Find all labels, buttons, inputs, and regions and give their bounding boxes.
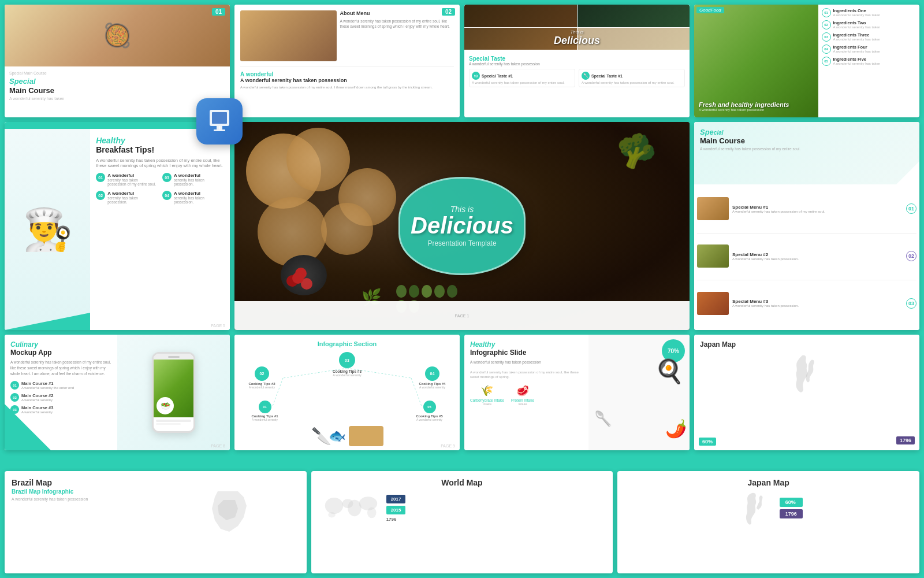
slide-healthy-infographic[interactable]: Healthy Infographic Slide A wonderful se… [464, 335, 690, 450]
taste-num2: Special Taste #1 [591, 74, 623, 78]
card7-title1: Special [700, 128, 914, 136]
japan-pct: 60% [780, 498, 803, 507]
breakfast-title2: Breakfast Tips! [96, 145, 224, 154]
japan-bottom-title: Japan Map [624, 478, 912, 487]
pan-icon: 🍳 [655, 358, 684, 385]
healthy-subtitle: A wonderful serenity has taken possessio… [470, 360, 583, 365]
culinary-item2: Main Course #2 [21, 393, 53, 398]
keynote-svg [205, 107, 234, 136]
slide-about-menu-top[interactable]: 02 About Menu A wonderful serenity has t… [234, 5, 460, 117]
brazil-map-card[interactable]: Brazil Map Brazil Map Infographic A wond… [5, 471, 307, 573]
svg-rect-13 [214, 129, 225, 131]
card7-body: A wonderful serenity has taken possessio… [700, 147, 914, 151]
culinary-title1: Culinary [10, 340, 111, 349]
infographic-title: Infographic Section [240, 340, 454, 347]
ingredient-item: 02 Ingredients Two A wonderful serenity … [822, 20, 916, 29]
ingredient-item: 01 Ingredients One A wonderful serenity … [822, 8, 916, 17]
protein-label: Protein Intake [511, 398, 534, 402]
spoon-icon: 🥄 [594, 410, 612, 427]
japan-bottom-svg [735, 491, 775, 525]
world-map-card[interactable]: World Map 2017 2015 1796 [311, 471, 613, 573]
this-is-label: This is [554, 29, 600, 35]
slide-title-2: Main Course [9, 86, 54, 95]
brazil-map-title: Brazil Map [12, 478, 300, 487]
about-menu-title: About Menu [340, 10, 454, 16]
slide-special-menu-right[interactable]: Special Main Course A wonderful serenity… [694, 122, 919, 330]
slide-japan-map[interactable]: Japan Map 60% 1796 [694, 335, 919, 450]
menu-item-3-title: Special Menu #3 [732, 299, 903, 304]
slide-main-delicious[interactable]: 🌿 🥦 This is Delicious Presentatio [234, 122, 690, 330]
japan-num-bottom: 1796 [780, 509, 803, 518]
main-page-num: PAGE 1 [455, 314, 470, 318]
svg-point-8 [367, 507, 377, 518]
world-num: 1796 [386, 517, 406, 522]
page-num-5: PAGE 5 [211, 324, 225, 328]
svg-point-4 [325, 498, 342, 514]
carb-label: Carbohydrate Intake [470, 398, 504, 402]
veggie-icon: 🌶️ [665, 418, 687, 439]
taste-num1: Special Taste #1 [482, 74, 513, 78]
brazil-svg [206, 488, 252, 535]
menu-item-2-title: Special Menu #2 [732, 252, 903, 257]
slide-subtitle: A wonderful serenity has taken [9, 97, 225, 101]
card7-title2: Main Course [700, 136, 914, 145]
slide-tag: Special Main Course [9, 71, 225, 75]
culinary-body: A wonderful serenity has taken possessio… [10, 360, 111, 376]
fresh-subtitle: A wonderful serenity has taken possessio… [699, 108, 789, 112]
keynote-icon[interactable] [196, 98, 243, 144]
menu-num-3: 03 [906, 298, 916, 309]
about-teal-text: A wonderful [240, 71, 454, 77]
world-map-title: World Map [318, 478, 606, 487]
slide-badge2: 02 [442, 8, 455, 16]
breakfast-body: A wonderful serenity has taken possessio… [96, 158, 224, 168]
healthy-title1: Healthy [470, 340, 583, 349]
main-subtitle: Presentation Template [427, 239, 496, 247]
slide-special-main[interactable]: 🥘 01 Special Main Course Special Main Co… [5, 5, 230, 117]
brazil-body: A wonderful serenity has taken possessio… [12, 497, 152, 502]
slide-badge: 01 [212, 8, 225, 16]
world-year1: 2017 [386, 495, 406, 503]
slide-special-taste-top[interactable]: This is Delicious Special Taste A wonder… [464, 5, 690, 117]
slide-infographic[interactable]: Infographic Section 03 Cooking Tips #3 A… [234, 335, 460, 450]
ingredient-item: 05 Ingredients Five A wonderful serenity… [822, 57, 916, 66]
goodfood-label: GoodFood [696, 7, 724, 13]
brazil-subtitle: Brazil Map Infographic [12, 488, 152, 495]
ingredient-item: 03 Ingredients Three A wonderful serenit… [822, 32, 916, 42]
special-taste-body: A wonderful serenity has taken possessio… [469, 62, 685, 66]
svg-point-9 [328, 512, 336, 517]
slide-healthy-breakfast[interactable]: 👨‍🍳 Healthy Breakfast Tips! A wonderful … [5, 122, 230, 330]
about-section2: A wonderful serenity has taken possessio… [240, 77, 454, 83]
japan-map-card-bottom[interactable]: Japan Map 60% 1796 [617, 471, 919, 573]
slide-title-1: Special [9, 77, 225, 86]
chef-icon: 👨‍🍳 [23, 209, 73, 250]
about-menu-body: A wonderful serenity has taken possessio… [340, 18, 454, 29]
japan-map-svg [778, 351, 836, 397]
world-year2: 2015 [386, 506, 406, 514]
menu-num-2: 02 [906, 251, 916, 261]
world-map-svg [318, 491, 382, 525]
slide-culinary-mockup[interactable]: Culinary Mockup App A wonderful serenity… [5, 335, 230, 450]
japan-map-title: Japan Map [700, 340, 914, 349]
culinary-title2: Mockup App [10, 349, 111, 357]
japan-percent: 60% [699, 438, 716, 446]
menu-item-1-title: Special Menu #1 [732, 205, 903, 210]
healthy-title2: Infographic Slide [470, 349, 583, 357]
special-taste-title: Special Taste [469, 55, 685, 62]
page-num-8: PAGE 8 [211, 444, 225, 448]
svg-rect-11 [212, 112, 227, 124]
culinary-item1: Main Course #1 [21, 381, 74, 386]
ingredient-item: 04 Ingredients Four A wonderful serenity… [822, 45, 916, 54]
delicious-label: Delicious [554, 35, 600, 47]
slide-fresh-ingredients[interactable]: GoodFood Fresh and healthy ingredients A… [694, 5, 919, 117]
fresh-title1: Fresh and healthy ingredients [699, 101, 789, 108]
menu-num-1: 01 [906, 203, 916, 214]
page-num-9: PAGE 9 [441, 444, 455, 448]
japan-num: 1796 [896, 436, 915, 444]
main-delicious-title: Delicious [411, 214, 513, 237]
